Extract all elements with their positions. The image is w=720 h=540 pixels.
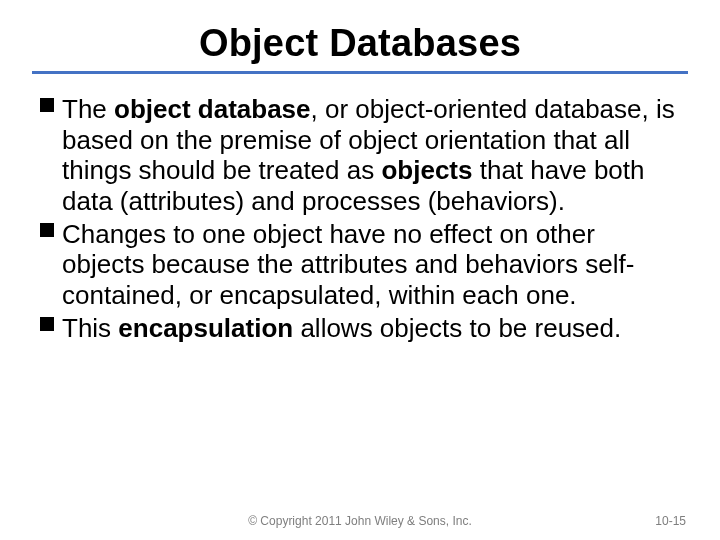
list-item-text: The object database, or object-oriented … [62,94,675,216]
slide: Object Databases The object database, or… [0,0,720,540]
page-number: 10-15 [655,514,686,528]
copyright-text: © Copyright 2011 John Wiley & Sons, Inc. [248,514,472,528]
list-item: Changes to one object have no effect on … [40,219,684,311]
list-item-text: This encapsulation allows objects to be … [62,313,621,343]
list-item: The object database, or object-oriented … [40,94,684,217]
square-bullet-icon [40,98,54,112]
list-item-text: Changes to one object have no effect on … [62,219,634,310]
slide-title: Object Databases [32,22,688,71]
title-rule [32,71,688,74]
content-area: The object database, or object-oriented … [32,94,688,343]
square-bullet-icon [40,223,54,237]
list-item: This encapsulation allows objects to be … [40,313,684,344]
square-bullet-icon [40,317,54,331]
